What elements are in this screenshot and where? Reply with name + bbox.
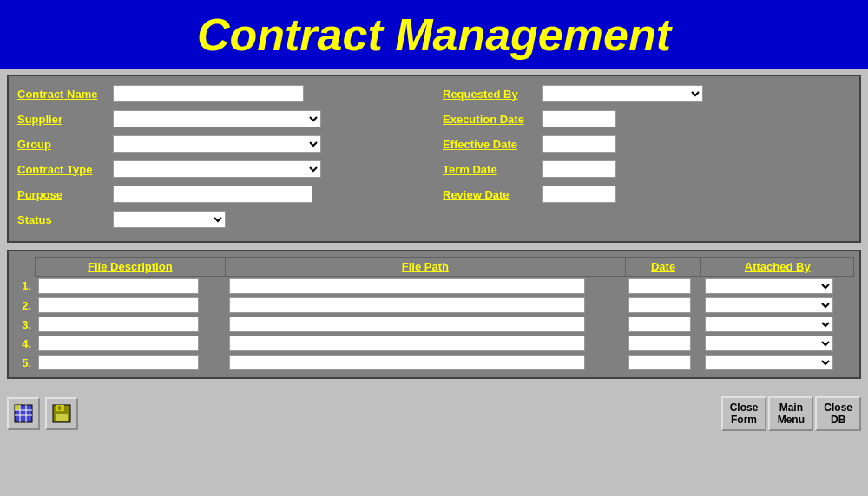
date-cell [625,353,701,372]
file-description-input-5[interactable] [38,355,199,370]
file-path-input-4[interactable] [229,336,585,351]
footer-right-buttons: Close Form Main Menu Close DB [721,396,861,431]
attached-by-dropdown-4[interactable] [705,336,833,351]
supplier-dropdown[interactable] [113,110,321,127]
table-row: 2. [14,296,854,315]
file-description-input-4[interactable] [38,336,199,351]
main-menu-button[interactable]: Main Menu [768,396,813,431]
attachments-section: File Description File Path Date Attached… [7,250,861,379]
row-number: 2. [14,296,35,315]
table-row: 3. [14,315,854,334]
contract-name-row: Contract Name [17,83,425,104]
main-content: Contract Name Supplier Group Con [0,69,868,391]
attachments-table: File Description File Path Date Attached… [14,257,854,372]
status-label[interactable]: Status [17,213,113,226]
table-row: 4. [14,334,854,353]
term-date-input[interactable] [542,160,616,178]
contract-type-dropdown[interactable] [113,160,321,178]
purpose-label[interactable]: Purpose [17,188,113,201]
attached-by-cell [701,315,854,334]
attached-by-dropdown-2[interactable] [705,297,833,313]
col-file-path: File Path [226,258,626,277]
purpose-input[interactable] [113,186,312,203]
execution-date-input[interactable] [542,110,616,127]
requested-by-dropdown[interactable] [542,85,703,102]
row-number: 5. [14,353,35,372]
main-menu-line2: Menu [777,414,805,426]
row-number: 3. [14,315,35,334]
date-input-4[interactable] [628,336,691,351]
col-date: Date [625,258,701,277]
row-number: 4. [14,334,35,353]
form-left-column: Contract Name Supplier Group Con [17,83,425,234]
row-number: 1. [14,277,35,297]
status-row: Status [17,209,425,230]
contract-name-input[interactable] [113,85,304,102]
file-path-cell [226,296,626,315]
date-cell [625,334,701,353]
date-input-5[interactable] [628,355,691,370]
date-cell [625,296,701,315]
file-description-cell [35,315,225,334]
review-date-row: Review Date [443,184,851,205]
save-icon-button[interactable] [45,397,78,430]
file-path-input-2[interactable] [229,297,585,313]
file-description-input-2[interactable] [38,297,199,313]
file-description-cell [35,277,225,297]
file-description-input-3[interactable] [38,317,199,332]
form-section: Contract Name Supplier Group Con [7,75,861,243]
file-description-cell [35,353,225,372]
attached-by-dropdown-1[interactable] [705,278,833,294]
date-cell [625,315,701,334]
contract-name-label[interactable]: Contract Name [17,88,113,101]
contract-type-row: Contract Type [17,159,425,179]
execution-date-label[interactable]: Execution Date [443,113,542,126]
file-description-cell [35,334,225,353]
supplier-label[interactable]: Supplier [17,113,113,126]
col-attached-by: Attached By [701,258,854,277]
footer: Close Form Main Menu Close DB [0,391,868,436]
file-path-input-5[interactable] [229,355,585,370]
group-row: Group [17,134,425,154]
effective-date-row: Effective Date [443,134,851,154]
save-icon [51,403,72,424]
group-dropdown[interactable] [113,135,321,153]
term-date-row: Term Date [443,159,851,179]
attached-by-dropdown-3[interactable] [705,317,833,332]
attached-by-cell [701,296,854,315]
file-path-cell [226,277,626,297]
close-form-button[interactable]: Close Form [721,396,767,431]
execution-date-row: Execution Date [443,108,851,129]
file-path-cell [226,353,626,372]
effective-date-label[interactable]: Effective Date [443,138,542,151]
term-date-label[interactable]: Term Date [443,163,542,176]
review-date-input[interactable] [542,186,616,203]
date-input-3[interactable] [628,317,691,332]
close-form-line2: Form [730,414,759,426]
file-path-input-1[interactable] [229,278,585,294]
app-header: Contract Management [0,0,868,69]
file-description-input-1[interactable] [38,278,199,294]
file-description-cell [35,296,225,315]
attached-by-dropdown-5[interactable] [705,355,833,370]
requested-by-row: Requested By [443,83,851,104]
review-date-label[interactable]: Review Date [443,188,542,201]
main-menu-line1: Main [777,401,805,414]
date-input-2[interactable] [628,297,691,313]
date-cell [625,277,701,297]
file-path-cell [226,334,626,353]
spreadsheet-icon [13,403,34,424]
col-file-description: File Description [35,258,225,277]
attached-by-cell [701,277,854,297]
close-form-line1: Close [730,401,759,414]
spreadsheet-icon-button[interactable] [7,397,40,430]
date-input-1[interactable] [628,278,691,294]
file-path-input-3[interactable] [229,317,585,332]
status-dropdown[interactable] [113,211,226,228]
effective-date-input[interactable] [542,135,616,153]
close-db-button[interactable]: Close DB [815,396,861,431]
requested-by-label[interactable]: Requested By [443,88,542,101]
group-label[interactable]: Group [17,138,113,151]
contract-type-label[interactable]: Contract Type [17,163,113,176]
attached-by-cell [701,334,854,353]
